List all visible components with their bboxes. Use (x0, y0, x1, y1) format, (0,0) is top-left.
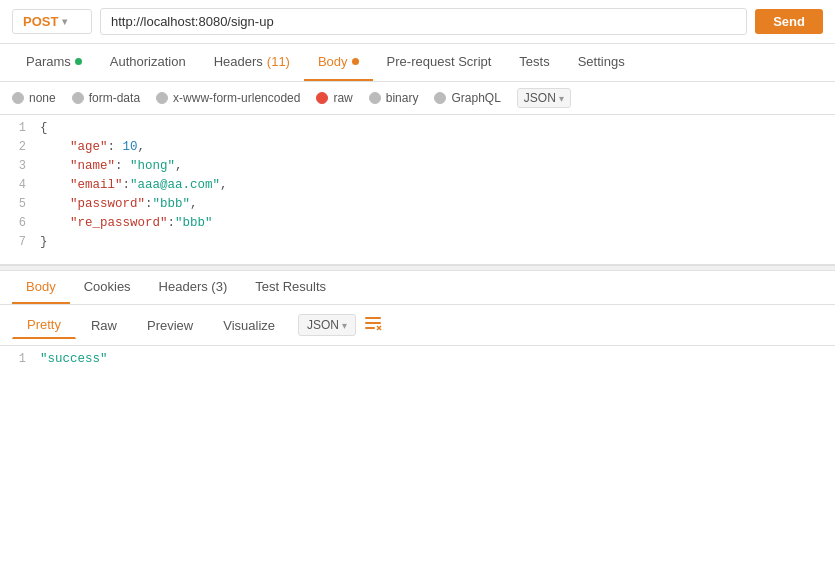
resp-line-1: 1 "success" (0, 350, 835, 369)
body-type-urlencoded[interactable]: x-www-form-urlencoded (156, 91, 300, 105)
request-tabs: Params Authorization Headers (11) Body P… (0, 44, 835, 82)
url-input[interactable] (100, 8, 747, 35)
resp-format-raw[interactable]: Raw (76, 312, 132, 339)
line-content-6: "re_password":"bbb" (40, 214, 835, 233)
resp-line-content-1: "success" (40, 350, 835, 369)
tab-body-label: Body (318, 54, 348, 69)
tab-authorization[interactable]: Authorization (96, 44, 200, 81)
line-content-5: "password":"bbb", (40, 195, 835, 214)
resp-line-num-1: 1 (0, 350, 40, 369)
tab-params[interactable]: Params (12, 44, 96, 81)
line-content-7: } (40, 233, 835, 252)
radio-binary (369, 92, 381, 104)
tab-headers-label: Headers (214, 54, 263, 69)
line-num-2: 2 (0, 138, 40, 157)
body-type-raw-label: raw (333, 91, 352, 105)
resp-format-pretty-label: Pretty (27, 317, 61, 332)
code-line-5: 5 "password":"bbb", (0, 195, 835, 214)
resp-tab-body[interactable]: Body (12, 271, 70, 304)
tab-params-label: Params (26, 54, 71, 69)
radio-urlencoded (156, 92, 168, 104)
method-chevron-icon: ▾ (62, 16, 67, 27)
method-label: POST (23, 14, 58, 29)
tab-tests-label: Tests (519, 54, 549, 69)
resp-format-pretty[interactable]: Pretty (12, 311, 76, 339)
line-num-3: 3 (0, 157, 40, 176)
body-type-graphql[interactable]: GraphQL (434, 91, 500, 105)
radio-raw (316, 92, 328, 104)
params-dot (75, 58, 82, 65)
resp-format-preview[interactable]: Preview (132, 312, 208, 339)
svg-rect-1 (365, 322, 381, 324)
tab-body[interactable]: Body (304, 44, 373, 81)
json-format-label: JSON (524, 91, 556, 105)
json-chevron-icon: ▾ (559, 93, 564, 104)
line-num-6: 6 (0, 214, 40, 233)
svg-rect-2 (365, 327, 375, 329)
radio-none (12, 92, 24, 104)
code-line-1: 1 { (0, 119, 835, 138)
resp-clear-icon[interactable] (364, 315, 382, 335)
body-type-formdata-label: form-data (89, 91, 140, 105)
tab-tests[interactable]: Tests (505, 44, 563, 81)
resp-format-visualize[interactable]: Visualize (208, 312, 290, 339)
code-line-3: 3 "name": "hong", (0, 157, 835, 176)
line-num-7: 7 (0, 233, 40, 252)
resp-tab-headers[interactable]: Headers (3) (145, 271, 242, 304)
resp-format-tabs: Pretty Raw Preview Visualize JSON ▾ (0, 305, 835, 346)
line-content-2: "age": 10, (40, 138, 835, 157)
body-type-none-label: none (29, 91, 56, 105)
resp-format-visualize-label: Visualize (223, 318, 275, 333)
line-content-1: { (40, 119, 835, 138)
body-type-none[interactable]: none (12, 91, 56, 105)
tab-settings[interactable]: Settings (564, 44, 639, 81)
method-select[interactable]: POST ▾ (12, 9, 92, 34)
headers-count: (11) (267, 54, 290, 69)
resp-format-preview-label: Preview (147, 318, 193, 333)
resp-tab-headers-label: Headers (3) (159, 279, 228, 294)
tab-prerequest[interactable]: Pre-request Script (373, 44, 506, 81)
resp-json-select[interactable]: JSON ▾ (298, 314, 356, 336)
tab-authorization-label: Authorization (110, 54, 186, 69)
resp-tab-cookies[interactable]: Cookies (70, 271, 145, 304)
body-type-raw[interactable]: raw (316, 91, 352, 105)
resp-tab-cookies-label: Cookies (84, 279, 131, 294)
radio-formdata (72, 92, 84, 104)
radio-graphql (434, 92, 446, 104)
line-num-4: 4 (0, 176, 40, 195)
response-tabs: Body Cookies Headers (3) Test Results (0, 271, 835, 305)
line-content-3: "name": "hong", (40, 157, 835, 176)
tab-prerequest-label: Pre-request Script (387, 54, 492, 69)
code-line-2: 2 "age": 10, (0, 138, 835, 157)
resp-tab-testresults-label: Test Results (255, 279, 326, 294)
body-type-tabs: none form-data x-www-form-urlencoded raw… (0, 82, 835, 115)
svg-rect-0 (365, 317, 381, 319)
send-button[interactable]: Send (755, 9, 823, 34)
code-line-7: 7 } (0, 233, 835, 252)
json-format-select[interactable]: JSON ▾ (517, 88, 571, 108)
code-line-4: 4 "email":"aaa@aa.com", (0, 176, 835, 195)
resp-tab-testresults[interactable]: Test Results (241, 271, 340, 304)
tab-settings-label: Settings (578, 54, 625, 69)
resp-tab-body-label: Body (26, 279, 56, 294)
resp-json-label: JSON (307, 318, 339, 332)
tab-headers[interactable]: Headers (11) (200, 44, 304, 81)
url-bar: POST ▾ Send (0, 0, 835, 44)
body-type-formdata[interactable]: form-data (72, 91, 140, 105)
body-type-urlencoded-label: x-www-form-urlencoded (173, 91, 300, 105)
resp-json-chevron-icon: ▾ (342, 320, 347, 331)
request-body-editor[interactable]: 1 { 2 "age": 10, 3 "name": "hong", 4 "em… (0, 115, 835, 265)
body-type-graphql-label: GraphQL (451, 91, 500, 105)
resp-format-raw-label: Raw (91, 318, 117, 333)
response-body-editor: 1 "success" (0, 346, 835, 373)
line-num-1: 1 (0, 119, 40, 138)
body-dot (352, 58, 359, 65)
body-type-binary-label: binary (386, 91, 419, 105)
body-type-binary[interactable]: binary (369, 91, 419, 105)
line-num-5: 5 (0, 195, 40, 214)
line-content-4: "email":"aaa@aa.com", (40, 176, 835, 195)
code-line-6: 6 "re_password":"bbb" (0, 214, 835, 233)
